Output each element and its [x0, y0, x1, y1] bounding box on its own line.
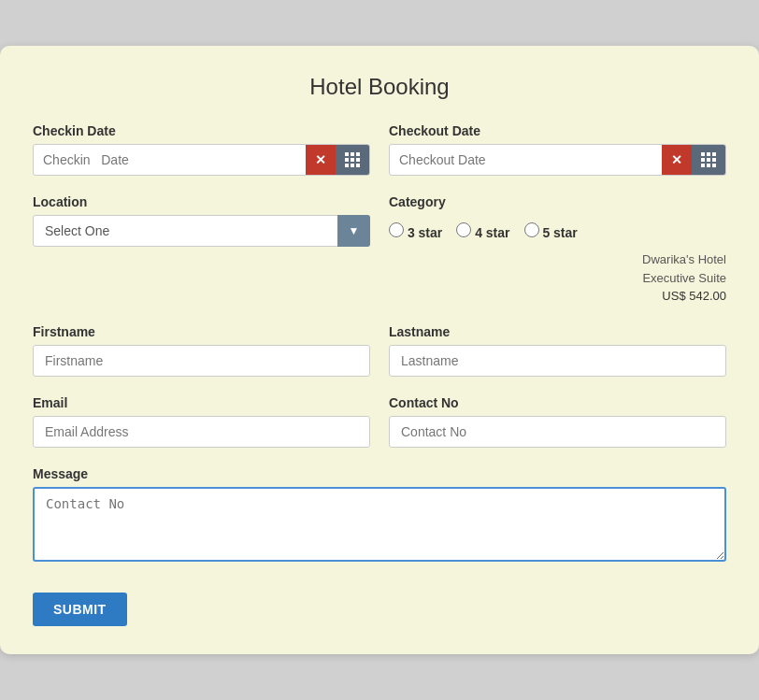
radio-4star-label: 4 star [475, 225, 509, 240]
email-label: Email [33, 395, 370, 410]
hotel-name: Dwarika's Hotel [389, 250, 726, 269]
checkin-input[interactable] [34, 145, 306, 175]
name-row: Firstname Lastname [33, 324, 726, 377]
checkout-clear-button[interactable]: ✕ [662, 145, 692, 175]
firstname-input[interactable] [33, 345, 370, 377]
category-group: Category 3 star 4 star 5 star Dwarika's … [389, 194, 726, 306]
checkin-group: Checkin Date ✕ [33, 123, 370, 176]
message-label: Message [33, 466, 726, 481]
firstname-label: Firstname [33, 324, 370, 339]
firstname-group: Firstname [33, 324, 370, 377]
lastname-input[interactable] [389, 345, 726, 377]
contact-input[interactable] [389, 416, 726, 448]
calendar-grid-icon [701, 152, 716, 167]
contact-label: Contact No [389, 395, 726, 410]
location-category-row: Location Select One New York Los Angeles… [33, 194, 726, 306]
message-row: Message [33, 466, 726, 564]
radio-3star[interactable]: 3 star [389, 222, 442, 240]
checkin-calendar-button[interactable] [336, 145, 369, 175]
radio-4star-input[interactable] [456, 222, 471, 237]
contact-group: Contact No [389, 395, 726, 448]
checkout-group: Checkout Date ✕ [389, 123, 726, 176]
clear-icon: ✕ [671, 152, 682, 167]
submit-button[interactable]: SUBMIT [33, 593, 127, 626]
checkout-label: Checkout Date [389, 123, 726, 138]
message-textarea[interactable] [33, 487, 726, 562]
contact-row: Email Contact No [33, 395, 726, 448]
lastname-label: Lastname [389, 324, 726, 339]
page-title: Hotel Booking [33, 74, 726, 100]
email-group: Email [33, 395, 370, 448]
location-select[interactable]: Select One New York Los Angeles London P… [33, 215, 370, 247]
lastname-group: Lastname [389, 324, 726, 377]
checkin-clear-button[interactable]: ✕ [306, 145, 336, 175]
star-rating-group: 3 star 4 star 5 star [389, 215, 726, 246]
radio-4star[interactable]: 4 star [456, 222, 509, 240]
checkin-label: Checkin Date [33, 123, 370, 138]
radio-5star[interactable]: 5 star [524, 222, 578, 240]
submit-row: SUBMIT [33, 583, 726, 626]
checkout-input[interactable] [390, 145, 662, 175]
calendar-grid-icon [345, 152, 360, 167]
checkin-input-wrapper: ✕ [33, 144, 370, 176]
checkout-calendar-button[interactable] [692, 145, 725, 175]
radio-3star-label: 3 star [408, 225, 442, 240]
hotel-price: US$ 542.00 [389, 287, 726, 306]
radio-5star-label: 5 star [542, 225, 577, 240]
date-row: Checkin Date ✕ Checkout Date [33, 123, 726, 176]
clear-icon: ✕ [315, 152, 326, 167]
checkout-input-wrapper: ✕ [389, 144, 726, 176]
category-label: Category [389, 194, 726, 209]
message-group: Message [33, 466, 726, 564]
location-label: Location [33, 194, 370, 209]
radio-3star-input[interactable] [389, 222, 404, 237]
hotel-room-type: Executive Suite [389, 269, 726, 288]
hotel-info-panel: Dwarika's Hotel Executive Suite US$ 542.… [389, 250, 726, 306]
hotel-booking-form: Hotel Booking Checkin Date ✕ Checko [0, 46, 759, 654]
location-group: Location Select One New York Los Angeles… [33, 194, 370, 306]
radio-5star-input[interactable] [524, 222, 539, 237]
email-input[interactable] [33, 416, 370, 448]
location-select-wrapper: Select One New York Los Angeles London P… [33, 215, 370, 247]
